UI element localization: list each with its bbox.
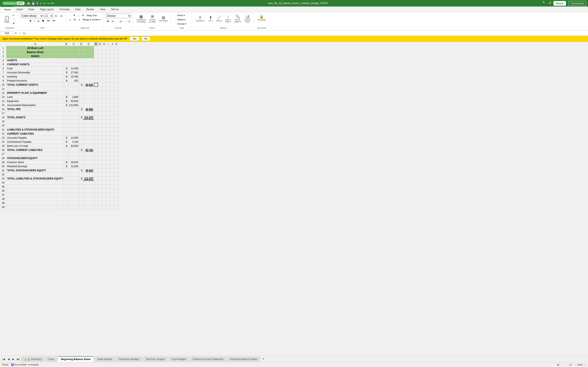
cell-F9[interactable] [94,79,98,83]
cell-H7[interactable] [102,71,106,75]
cell-C29[interactable]: 30,625 [68,160,79,164]
cell-H2[interactable] [102,50,106,54]
cell-C15[interactable]: (15,000) [68,103,79,107]
cell-B19[interactable] [64,119,68,124]
cell-K27[interactable] [114,152,118,156]
cell-F40[interactable] [94,205,98,209]
cell-I37[interactable] [106,193,110,197]
cell-H11[interactable] [102,87,106,91]
cell-C28[interactable] [68,156,79,160]
cell-D34[interactable] [79,181,83,185]
cell-J21[interactable] [110,128,114,132]
cell-C36[interactable] [68,189,79,193]
cell-C25[interactable]: 50,000 [68,144,79,148]
cell-D39[interactable] [79,201,83,205]
cell-B4[interactable] [64,58,68,62]
row-header[interactable]: 32 [0,173,6,176]
more-icon[interactable]: ••• [51,2,54,5]
cell-E15[interactable] [83,103,94,107]
row-header[interactable]: 17 [0,111,6,115]
cell-J29[interactable] [110,160,114,164]
cell-D33[interactable]: $ [79,176,83,181]
cell-D26[interactable]: $ [79,148,83,152]
col-header-G[interactable]: G [98,42,102,46]
cell-D36[interactable] [79,189,83,193]
cell-B38[interactable] [64,197,68,201]
cell-C30[interactable]: 15,000 [68,164,79,168]
cell-J40[interactable] [110,205,114,209]
confirm-formula-icon[interactable]: ✓ [18,32,22,35]
cell-D31[interactable]: $ [79,168,83,173]
row-header[interactable]: 13 [0,95,6,99]
cell-D5[interactable] [79,62,83,67]
sheet-nav-next[interactable]: ▶ [11,357,16,361]
cell-A8[interactable]: Inventory [6,75,64,79]
cell-G25[interactable] [98,144,102,148]
cell-F12[interactable] [94,91,98,95]
row-header[interactable]: 39 [0,201,6,205]
clear-button[interactable]: 🧹 Clear ▾ [215,15,223,22]
percent-button[interactable]: % [111,20,115,23]
tab-data[interactable]: Data [72,7,83,12]
cell-I2[interactable] [106,50,110,54]
col-header-C[interactable]: C [68,42,79,46]
cell-H29[interactable] [102,160,106,164]
cell-H37[interactable] [102,193,106,197]
cell-H26[interactable] [102,148,106,152]
cell-C16[interactable] [68,107,79,111]
cell-I10[interactable] [106,83,110,87]
cell-J14[interactable] [110,99,114,103]
cell-H5[interactable] [102,62,106,67]
cell-J39[interactable] [110,201,114,205]
cell-E9[interactable] [83,79,94,83]
cell-A9[interactable]: Prepaid Insurance [6,79,64,83]
cell-I12[interactable] [106,91,110,95]
row-header[interactable]: 31 [0,168,6,173]
cell-H17[interactable] [102,111,106,115]
cell-A32[interactable] [6,173,64,176]
cell-C39[interactable] [68,201,79,205]
cell-E12[interactable] [83,91,94,95]
cell-I30[interactable] [106,164,110,168]
row-header[interactable]: 33 [0,176,6,181]
cell-J20[interactable] [110,124,114,128]
cell-K13[interactable] [114,95,118,99]
cell-D15[interactable] [79,103,83,107]
cell-I39[interactable] [106,201,110,205]
col-header-E[interactable]: E [83,42,94,46]
cell-I8[interactable] [106,75,110,79]
cell-C21[interactable] [68,128,79,132]
cell-G36[interactable] [98,189,102,193]
cell-H10[interactable] [102,83,106,87]
cell-K1[interactable] [114,46,118,50]
cell-B25[interactable]: $ [64,144,68,148]
cell-B33[interactable] [64,176,68,181]
conditional-formatting-button[interactable]: ▦ ConditionalFormatting [135,14,147,24]
cell-J17[interactable] [110,111,114,115]
cell-F4[interactable] [94,58,98,62]
row-header[interactable]: 20 [0,124,6,128]
cell-E18[interactable]: 111,375 [83,115,94,119]
cell-A6[interactable]: Cash [6,67,64,71]
save-icon[interactable]: 💾 [31,2,35,5]
cell-F39[interactable] [94,201,98,205]
cell-G22[interactable] [98,132,102,136]
cell-D17[interactable] [79,111,83,115]
row-header[interactable]: 8 [0,75,6,79]
cell-E11[interactable] [83,87,94,91]
cell-B29[interactable]: $ [64,160,68,164]
zoom-minus-icon[interactable]: − [574,364,576,366]
cell-K33[interactable] [114,176,118,181]
cell-D29[interactable] [79,160,83,164]
cell-K35[interactable] [114,185,118,189]
cell-J24[interactable] [110,140,114,144]
row-header[interactable]: 23 [0,136,6,140]
sheet-nav-last[interactable]: ▶| [16,357,21,361]
home-icon[interactable]: 🏠 [27,2,30,5]
cell-K14[interactable] [114,99,118,103]
cell-I31[interactable] [106,168,110,173]
cell-C13[interactable]: 1,850 [68,95,79,99]
cell-C4[interactable] [68,58,79,62]
cell-I23[interactable] [106,136,110,140]
cell-B39[interactable] [64,201,68,205]
